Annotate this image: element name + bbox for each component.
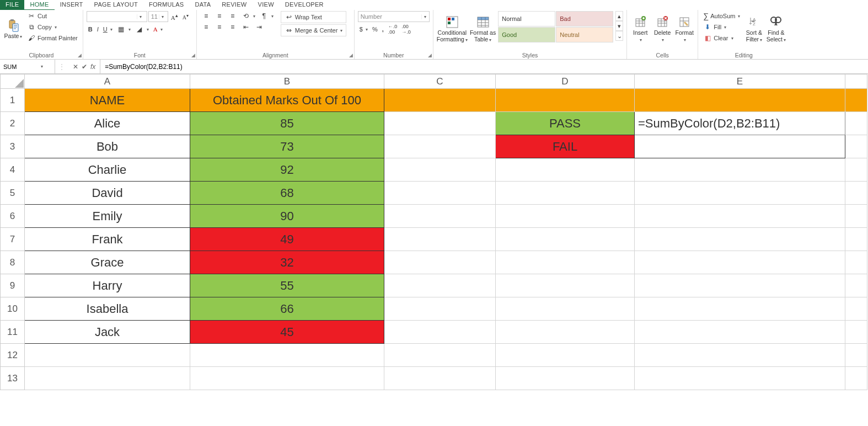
align-left-button[interactable]: ≡: [200, 22, 212, 32]
align-bottom-button[interactable]: ≡: [227, 11, 239, 21]
cell-blank11[interactable]: [845, 321, 867, 344]
decrease-font-button[interactable]: A▾: [181, 12, 190, 21]
cell-D11[interactable]: [496, 321, 635, 344]
cell-B12[interactable]: [190, 344, 384, 367]
italic-button[interactable]: I: [95, 25, 100, 33]
styles-more[interactable]: ⌄: [615, 31, 623, 41]
decrease-decimal-button[interactable]: .00→.0: [400, 23, 412, 35]
tab-insert[interactable]: INSERT: [55, 0, 89, 10]
align-middle-button[interactable]: ≡: [213, 11, 226, 21]
increase-decimal-button[interactable]: ←.0.00: [387, 23, 399, 35]
row-header-3[interactable]: 3: [1, 135, 25, 158]
cell-D8[interactable]: [496, 251, 635, 274]
cell-D4[interactable]: [496, 158, 635, 182]
cell-blank3[interactable]: [845, 135, 867, 158]
name-box-input[interactable]: [0, 63, 39, 70]
column-header-B[interactable]: B: [190, 74, 384, 89]
percent-button[interactable]: %: [371, 25, 379, 33]
autosum-button[interactable]: ∑AutoSum▾: [701, 11, 742, 21]
cell-D10[interactable]: [496, 297, 635, 321]
cell-blank4[interactable]: [845, 158, 867, 182]
font-color-button[interactable]: A▾: [152, 25, 164, 33]
chevron-down-icon[interactable]: ▾: [137, 14, 144, 19]
underline-button[interactable]: U▾: [101, 25, 114, 33]
cell-E3[interactable]: [635, 135, 845, 158]
row-header-12[interactable]: 12: [1, 344, 25, 367]
cell-blank5[interactable]: [845, 182, 867, 205]
cell-C4[interactable]: [384, 158, 496, 182]
cell-B1[interactable]: Obtained Marks Out Of 100: [190, 89, 384, 112]
cell-C2[interactable]: [384, 112, 496, 135]
style-good[interactable]: Good: [498, 27, 555, 42]
fill-button[interactable]: ⬇Fill▾: [701, 22, 742, 32]
cell-E11[interactable]: [635, 321, 845, 344]
cell-C7[interactable]: [384, 228, 496, 251]
style-normal[interactable]: Normal: [498, 11, 555, 26]
paste-button[interactable]: Paste▾: [3, 11, 23, 47]
tab-data[interactable]: DATA: [189, 0, 216, 10]
cell-B10[interactable]: 66: [190, 297, 384, 321]
column-header-D[interactable]: D: [496, 74, 635, 89]
alignment-dialog-launcher[interactable]: ◢: [349, 52, 353, 58]
increase-font-button[interactable]: A▴: [169, 12, 180, 22]
decrease-indent-button[interactable]: ⇤: [240, 22, 252, 32]
cell-blank7[interactable]: [845, 228, 867, 251]
cell-D6[interactable]: [496, 205, 635, 228]
styles-scroll-up[interactable]: ▴: [615, 11, 623, 21]
cell-C6[interactable]: [384, 205, 496, 228]
cut-button[interactable]: ✂Cut: [25, 11, 79, 21]
cell-D7[interactable]: [496, 228, 635, 251]
format-as-table-button[interactable]: Format as Table▾: [470, 11, 496, 47]
cell-A10[interactable]: Isabella: [25, 297, 190, 321]
cell-C8[interactable]: [384, 251, 496, 274]
cell-C9[interactable]: [384, 274, 496, 297]
cell-A12[interactable]: [25, 344, 190, 367]
cell-E10[interactable]: [635, 297, 845, 321]
row-header-5[interactable]: 5: [1, 182, 25, 205]
cell-A2[interactable]: Alice: [25, 112, 190, 135]
bold-button[interactable]: B: [87, 25, 94, 33]
cell-A13[interactable]: [25, 367, 190, 390]
cell-A8[interactable]: Grace: [25, 251, 190, 274]
font-size-combo[interactable]: 11▾: [148, 11, 168, 22]
cell-A11[interactable]: Jack: [25, 321, 190, 344]
cell-B3[interactable]: 73: [190, 135, 384, 158]
row-header-6[interactable]: 6: [1, 205, 25, 228]
cell-E8[interactable]: [635, 251, 845, 274]
cell-blank8[interactable]: [845, 251, 867, 274]
row-header-11[interactable]: 11: [1, 321, 25, 344]
cell-E2[interactable]: =SumByColor(D2,B2:B11): [635, 112, 845, 135]
cell-E6[interactable]: [635, 205, 845, 228]
conditional-formatting-button[interactable]: Conditional Formatting▾: [437, 11, 468, 47]
fill-color-button[interactable]: ◢▾: [133, 24, 151, 34]
tab-page-layout[interactable]: PAGE LAYOUT: [89, 0, 143, 10]
cell-styles-gallery[interactable]: Normal Bad Good Neutral: [498, 11, 613, 42]
cell-A6[interactable]: Emily: [25, 205, 190, 228]
number-dialog-launcher[interactable]: ◢: [428, 52, 432, 58]
cell-D12[interactable]: [496, 344, 635, 367]
row-header-8[interactable]: 8: [1, 251, 25, 274]
cell-A5[interactable]: David: [25, 182, 190, 205]
cell-blank13[interactable]: [845, 367, 867, 390]
cell-D1[interactable]: [496, 89, 635, 112]
row-header-7[interactable]: 7: [1, 228, 25, 251]
align-right-button[interactable]: ≡: [227, 22, 239, 32]
cell-E7[interactable]: [635, 228, 845, 251]
cell-A1[interactable]: NAME: [25, 89, 190, 112]
tab-developer[interactable]: DEVELOPER: [280, 0, 329, 10]
style-bad[interactable]: Bad: [556, 11, 613, 26]
delete-cells-button[interactable]: Delete▾: [652, 11, 672, 47]
cell-E12[interactable]: [635, 344, 845, 367]
row-header-10[interactable]: 10: [1, 297, 25, 321]
cancel-formula-button[interactable]: ✕: [73, 63, 78, 71]
text-direction-button[interactable]: ¶▾: [258, 11, 275, 21]
sort-filter-button[interactable]: AZ Sort & Filter▾: [744, 11, 764, 47]
cell-B5[interactable]: 68: [190, 182, 384, 205]
cell-D9[interactable]: [496, 274, 635, 297]
row-header-2[interactable]: 2: [1, 112, 25, 135]
number-format-combo[interactable]: Number▾: [358, 11, 430, 22]
enter-formula-button[interactable]: ✔: [82, 63, 87, 71]
cell-C3[interactable]: [384, 135, 496, 158]
merge-center-button[interactable]: ⇔Merge & Center▾: [281, 24, 347, 36]
cell-B11[interactable]: 45: [190, 321, 384, 344]
